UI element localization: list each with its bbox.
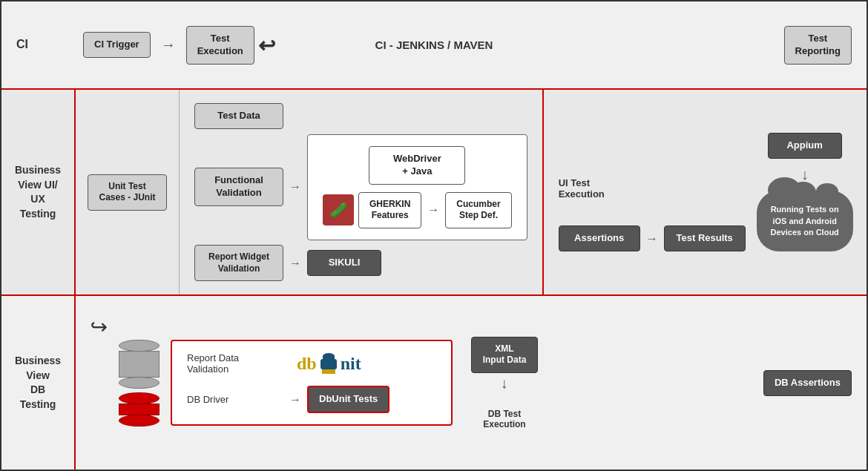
functional-and-webdriver-row: Functional Validation → WebDriver + Java… [194,134,527,240]
test-data-box: Test Data [194,103,283,129]
test-results-box: Test Results [664,225,746,251]
gherkin-icon: 🥒 [323,194,354,225]
gherkin-box: GHERKIN Features [358,192,421,228]
db-assertions-box: DB Assertions [763,370,852,396]
unit-test-box: Unit Test Cases - JUnit [88,174,166,211]
webdriver-container: WebDriver + Java 🥒 GHERKIN Features → Cu… [307,134,527,240]
arrow-assertions-to-results: → [646,232,658,246]
arrow-appium-to-cloud: ↓ [801,166,809,183]
db-content: ↩ Report Data Validation db [76,296,867,470]
db-test-label: DB Test Execution [483,409,525,429]
db-row: Business View DB Testing ↩ Report Data V… [1,296,867,470]
cucumber-box: Cucumber Step Def. [445,192,511,228]
uiux-row: Business View UI/ UX Testing Unit Test C… [1,90,867,296]
dbunit-logo: db nit [297,353,361,374]
ci-label: CI [16,37,76,53]
cloud-label: Running Tests on iOS and Android Devices… [771,205,839,237]
db-label: Business View DB Testing [1,296,76,470]
arrow-ci-to-exec [161,36,176,53]
ci-center-label: CI - JENKINS / MAVEN [375,39,493,51]
arrow-gherkin-to-cucumber: → [427,203,439,217]
dbunit-tests-box: DbUnit Tests [307,386,389,413]
uiux-middle-section: Test Data Functional Validation → WebDri… [180,90,544,294]
report-data-label: Report Data Validation [187,352,276,375]
test-execution-box: Test Execution [186,26,254,65]
functional-box: Functional Validation [194,168,283,206]
gherkin-row: 🥒 GHERKIN Features → Cucumber Step Def. [323,192,512,228]
ci-curved-arrow: ↩ [258,33,275,58]
arrow-widget-to-sikuli: → [289,257,301,270]
test-data-row: Test Data [194,103,283,129]
arrow-driver-to-dbunit: → [289,393,301,406]
arrow-xml-down: ↑ [501,377,508,394]
ci-trigger-box: CI Trigger [83,32,151,58]
xml-input-box: XML Input Data [471,337,538,373]
cloud-box: Running Tests on iOS and Android Devices… [757,191,853,251]
db-curved-arrow: ↩ [91,314,108,339]
db-icon [119,340,160,426]
uiux-label: Business View UI/ UX Testing [1,90,76,294]
test-reporting-box: Test Reporting [784,26,852,65]
appium-box: Appium [768,133,842,159]
db-driver-row: DB Driver → DbUnit Tests [187,386,436,413]
uiux-right-section: UI Test Execution Assertions → Test Resu… [544,90,867,294]
db-inner-container: Report Data Validation db nit DB Driver [171,340,453,426]
assertions-box: Assertions [559,225,640,251]
report-widget-row: Report Widget Validation → SIKULI [194,245,381,281]
arrow-to-webdriver: → [289,180,301,194]
db-driver-label: DB Driver [187,394,276,405]
ui-test-label: UI Test Execution [559,177,605,200]
ci-row: CI CI Trigger Test Execution ↩ CI - JENK… [1,1,867,90]
functional-col: Functional Validation [194,168,283,206]
sikuli-box: SIKULI [307,250,381,276]
uiux-left-section: Unit Test Cases - JUnit [76,90,180,294]
main-diagram: CI CI Trigger Test Execution ↩ CI - JENK… [0,0,868,471]
report-data-row: Report Data Validation db nit [187,352,436,375]
webdriver-box-inner: WebDriver + Java [369,146,465,185]
report-widget-box: Report Widget Validation [194,245,283,281]
